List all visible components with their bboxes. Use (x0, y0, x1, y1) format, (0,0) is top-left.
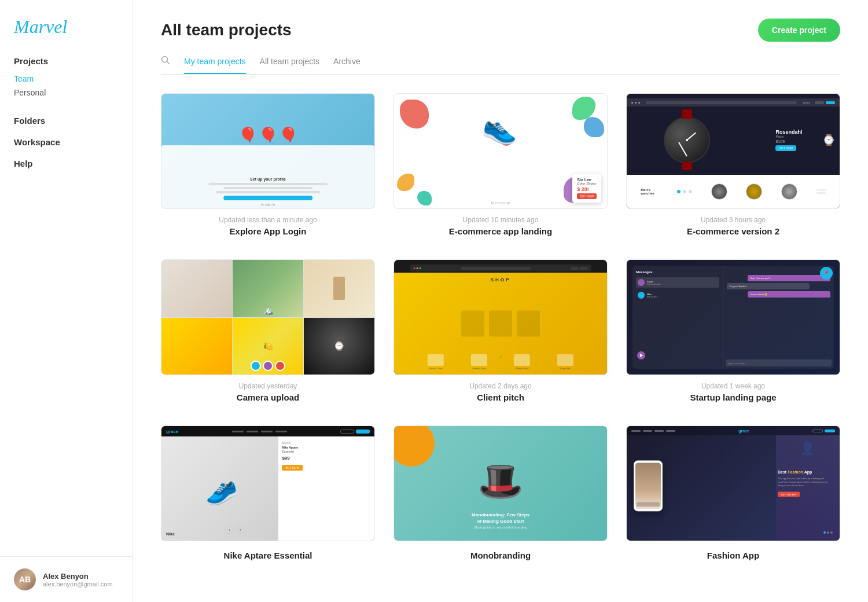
user-name: Alex Benyon (43, 572, 113, 581)
project-name: E-commerce version 2 (626, 226, 840, 236)
project-name: Nike Aptare Essential (161, 550, 375, 560)
project-card[interactable]: Messages Sarah Hey how are you... (626, 259, 840, 402)
project-card[interactable]: grace 👟 Nike (161, 425, 375, 560)
project-card[interactable]: 🎩 Monobranding: Few Stepsof Making Good … (393, 425, 608, 560)
project-name: Explore App Login (161, 226, 375, 236)
sidebar-item-team[interactable]: Team (14, 72, 119, 86)
brand-name: Marvel (14, 16, 67, 37)
projects-grid: 🎈🎈🎈 Set up your profile or sign in Updat… (161, 93, 840, 560)
project-card[interactable]: 👟 Six Lee Color Shoes $ 28! BUY NOW MULT… (393, 93, 608, 236)
sidebar-item-help[interactable]: Help (0, 154, 133, 173)
project-card[interactable]: grace (626, 93, 840, 236)
sidebar: Marvel Projects Team Personal Folders Wo… (0, 0, 133, 602)
project-updated: Updated 3 hours ago (626, 216, 840, 224)
project-name: E-commerce app landing (393, 226, 608, 236)
project-thumbnail: SHOP Tractor Chair Leather Sofa (393, 259, 608, 375)
project-thumbnail: 🎩 Monobranding: Few Stepsof Making Good … (393, 425, 608, 541)
svg-line-1 (167, 62, 170, 64)
project-thumbnail: 🏔️ 🍋 ⌚ (161, 259, 375, 375)
project-updated: Updated 2 days ago (393, 382, 608, 390)
project-updated: Updated less than a minute ago (161, 216, 375, 224)
search-icon[interactable] (161, 56, 170, 74)
project-thumbnail: 🎈🎈🎈 Set up your profile or sign in (161, 93, 375, 209)
project-thumbnail: grace (626, 93, 840, 209)
project-name: Fashion App (626, 550, 840, 560)
create-project-button[interactable]: Create project (758, 19, 840, 42)
login-form-mockup: Set up your profile or sign in (193, 177, 343, 206)
balloon-icon: 🎈🎈🎈 (238, 126, 299, 145)
main-content: All team projects Create project My team… (133, 0, 868, 602)
project-card[interactable]: 🎈🎈🎈 Set up your profile or sign in Updat… (161, 93, 375, 236)
user-profile[interactable]: AB Alex Benyon alex.benyon@gmail.com (0, 556, 133, 602)
tab-my-team-projects[interactable]: My team projects (184, 57, 246, 74)
tabs-bar: My team projects All team projects Archi… (161, 56, 840, 75)
tab-archive[interactable]: Archive (333, 57, 361, 74)
project-thumbnail: grace 👟 Nike (161, 425, 375, 541)
user-email: alex.benyon@gmail.com (43, 581, 113, 588)
projects-section-title: Projects (14, 56, 119, 66)
page-title: All team projects (161, 21, 292, 39)
project-card[interactable]: SHOP Tractor Chair Leather Sofa (393, 259, 608, 402)
main-header: All team projects Create project (161, 19, 840, 42)
project-thumbnail: Messages Sarah Hey how are you... (626, 259, 840, 375)
logo[interactable]: Marvel (0, 0, 133, 56)
avatar: AB (14, 568, 36, 590)
sidebar-item-folders[interactable]: Folders (0, 111, 133, 130)
project-updated: Updated 1 week ago (626, 382, 840, 390)
project-name: Client pitch (393, 392, 608, 402)
projects-section: Projects Team Personal (0, 56, 133, 100)
project-thumbnail: grace Best Fashion App This app lets you… (626, 425, 840, 541)
project-name: Startup landing page (626, 392, 840, 402)
project-card[interactable]: 🏔️ 🍋 ⌚ Updated yesterday Camera upload (161, 259, 375, 402)
sidebar-item-workspace[interactable]: Workspace (0, 133, 133, 152)
project-card[interactable]: grace Best Fashion App This app lets you… (626, 425, 840, 560)
project-name: Camera upload (161, 392, 375, 402)
project-updated: Updated yesterday (161, 382, 375, 390)
project-updated: Updated 10 minutes ago (393, 216, 608, 224)
sidebar-item-personal[interactable]: Personal (14, 86, 119, 100)
tab-all-team-projects[interactable]: All team projects (260, 57, 319, 74)
project-name: Monobranding (393, 550, 608, 560)
project-thumbnail: 👟 Six Lee Color Shoes $ 28! BUY NOW MULT… (393, 93, 608, 209)
